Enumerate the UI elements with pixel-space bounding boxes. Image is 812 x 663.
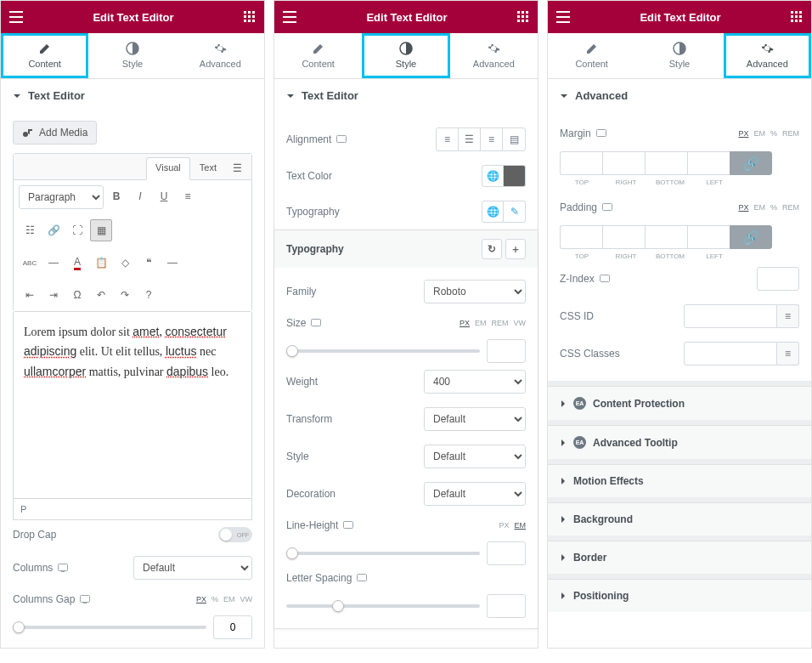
underline-icon[interactable]: U: [153, 185, 175, 207]
cssid-input[interactable]: [684, 304, 777, 328]
responsive-icon[interactable]: [80, 595, 90, 604]
family-select[interactable]: Roboto: [424, 280, 526, 303]
paste-icon[interactable]: 📋: [90, 252, 112, 274]
textcolor-icon[interactable]: A: [66, 252, 88, 274]
italic-icon[interactable]: I: [129, 185, 151, 207]
hamburger-icon[interactable]: [283, 11, 296, 23]
size-input[interactable]: [487, 339, 526, 363]
accordion-advanced-tooltip[interactable]: EA Advanced Tooltip: [548, 425, 811, 459]
indent-icon[interactable]: ⇥: [42, 284, 65, 306]
align-left-icon[interactable]: ≡: [437, 128, 459, 150]
add-icon[interactable]: ＋: [505, 239, 526, 259]
link-values-icon[interactable]: 🔗: [730, 151, 772, 175]
list-icon[interactable]: ≡: [177, 185, 199, 207]
strike-icon[interactable]: ABC: [19, 252, 41, 274]
section-header[interactable]: Text Editor: [274, 79, 538, 112]
decoration-select[interactable]: Default: [424, 482, 526, 506]
columns-select[interactable]: Default: [133, 556, 252, 580]
tab-style[interactable]: Style: [88, 33, 176, 78]
letterspacing-input[interactable]: [487, 594, 526, 618]
accordion-border[interactable]: Border: [548, 541, 811, 574]
section-header[interactable]: Text Editor: [1, 79, 264, 112]
apps-grid-icon[interactable]: [791, 11, 803, 23]
color-swatch[interactable]: [504, 165, 526, 187]
apps-grid-icon[interactable]: [517, 11, 529, 23]
responsive-icon[interactable]: [336, 135, 347, 144]
accordion-content-protection[interactable]: EA Content Protection: [548, 386, 811, 420]
paragraph-select[interactable]: Paragraph: [19, 185, 104, 209]
style-select[interactable]: Default: [424, 445, 526, 468]
dynamic-icon[interactable]: ≡: [777, 342, 799, 366]
reset-icon[interactable]: ↻: [482, 239, 502, 259]
columns-gap-slider[interactable]: [13, 626, 206, 629]
tab-content[interactable]: Content: [274, 33, 362, 78]
tab-advanced[interactable]: Advanced: [724, 33, 811, 78]
padding-right[interactable]: [602, 225, 645, 249]
margin-bottom[interactable]: [645, 151, 687, 175]
margin-left[interactable]: [687, 151, 730, 175]
tab-style[interactable]: Style: [635, 33, 723, 78]
letterspacing-slider[interactable]: [286, 604, 480, 608]
quote-icon[interactable]: ❝: [138, 252, 160, 274]
undo-icon[interactable]: ↶: [90, 284, 112, 306]
help-icon[interactable]: ?: [138, 284, 160, 306]
toolbar-toggle-icon[interactable]: ☰: [226, 157, 248, 179]
global-color-icon[interactable]: 🌐: [482, 165, 504, 187]
margin-right[interactable]: [602, 151, 645, 175]
responsive-icon[interactable]: [58, 564, 68, 572]
global-typo-icon[interactable]: 🌐: [482, 201, 504, 223]
tab-content[interactable]: Content: [548, 33, 635, 78]
transform-select[interactable]: Default: [424, 407, 526, 431]
cssclasses-input[interactable]: [684, 342, 777, 366]
add-media-button[interactable]: Add Media: [13, 121, 97, 144]
responsive-icon[interactable]: [311, 319, 321, 327]
accordion-positioning[interactable]: Positioning: [548, 579, 811, 612]
special-icon[interactable]: Ω: [66, 284, 88, 306]
responsive-icon[interactable]: [602, 203, 612, 212]
apps-grid-icon[interactable]: [244, 11, 256, 23]
responsive-icon[interactable]: [343, 521, 353, 530]
size-slider[interactable]: [286, 349, 480, 353]
content-textarea[interactable]: Lorem ipsum dolor sit amet, consectetur …: [13, 312, 252, 499]
padding-top[interactable]: [560, 225, 602, 249]
dropcap-toggle[interactable]: OFF: [218, 527, 252, 542]
link-icon[interactable]: 🔗: [42, 219, 65, 241]
accordion-motion-effects[interactable]: Motion Effects: [548, 464, 811, 497]
bold-icon[interactable]: B: [105, 185, 127, 207]
section-header[interactable]: Advanced: [548, 79, 811, 112]
weight-select[interactable]: 400: [424, 370, 526, 394]
text-tab[interactable]: Text: [190, 157, 226, 179]
hr-icon[interactable]: —: [42, 252, 65, 274]
redo-icon[interactable]: ↷: [114, 284, 136, 306]
link-values-icon[interactable]: 🔗: [730, 225, 772, 249]
accordion-background[interactable]: Background: [548, 502, 811, 536]
tab-content[interactable]: Content: [1, 33, 88, 78]
padding-left[interactable]: [687, 225, 730, 249]
visual-tab[interactable]: Visual: [146, 157, 190, 180]
tab-advanced[interactable]: Advanced: [177, 33, 264, 78]
zindex-input[interactable]: [757, 267, 799, 291]
responsive-icon[interactable]: [596, 129, 606, 138]
align-center-icon[interactable]: ☰: [459, 128, 481, 150]
toolbar-toggle-icon[interactable]: ▦: [90, 219, 112, 241]
margin-top[interactable]: [560, 151, 602, 175]
outdent-icon[interactable]: ⇤: [19, 284, 41, 306]
lineheight-slider[interactable]: [286, 552, 480, 555]
responsive-icon[interactable]: [600, 275, 610, 283]
padding-bottom[interactable]: [645, 225, 687, 249]
tab-advanced[interactable]: Advanced: [450, 33, 538, 78]
hamburger-icon[interactable]: [9, 11, 23, 23]
edit-typo-icon[interactable]: ✎: [504, 201, 526, 223]
dynamic-icon[interactable]: ≡: [777, 304, 799, 328]
hamburger-icon[interactable]: [556, 11, 570, 23]
tab-style[interactable]: Style: [362, 33, 449, 78]
fullscreen-icon[interactable]: ⛶: [66, 219, 88, 241]
responsive-icon[interactable]: [357, 574, 367, 582]
numlist-icon[interactable]: ☷: [19, 219, 41, 241]
clear-format-icon[interactable]: ◇: [114, 252, 136, 274]
lineheight-input[interactable]: [487, 541, 526, 565]
align-right-icon[interactable]: ≡: [481, 128, 503, 150]
symbol-icon[interactable]: ―: [161, 252, 183, 274]
align-justify-icon[interactable]: ▤: [503, 128, 525, 150]
columns-gap-input[interactable]: [213, 615, 252, 639]
